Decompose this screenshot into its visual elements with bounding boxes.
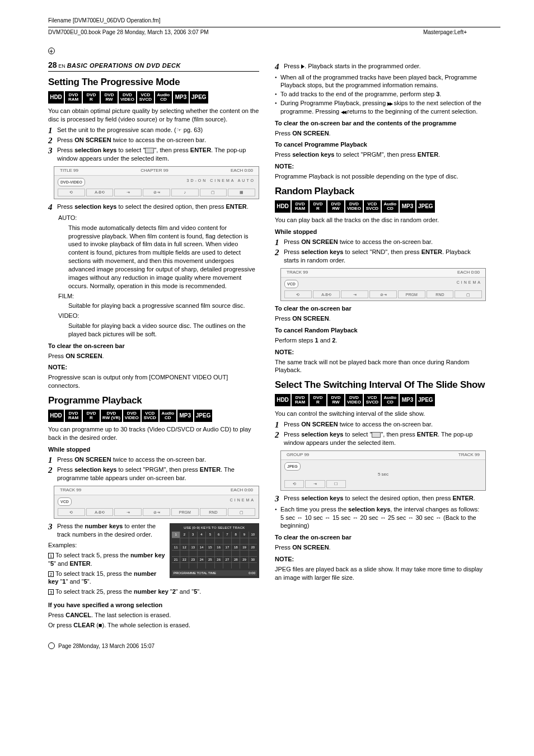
osd-disc-badge: DVD-VIDEO [58, 178, 85, 186]
registration-mark-icon [48, 642, 55, 649]
slide-icon [372, 432, 381, 438]
osd-hdr: CHAPTER 99 [140, 168, 168, 174]
osd-interval: 5 sec [284, 472, 482, 478]
prog-cell-blank [206, 563, 214, 569]
prog-cell-blank [189, 551, 197, 556]
example-3: 3To select track 25, press the number ke… [48, 588, 259, 596]
step-text: Set the unit to the progressive scan mod… [57, 126, 259, 134]
cancel-prog-text: Press selection keys to select "PRGM", t… [275, 151, 486, 159]
osd-hdr: TRACK 99 [458, 452, 480, 458]
step-text: Press ON SCREEN twice to access the on-s… [57, 136, 259, 144]
prog-cell: 29 [240, 557, 248, 562]
osd-btn: ⊘⇥ [369, 290, 397, 298]
while-stopped-head: While stopped [48, 445, 259, 454]
programme-intro: You can programme up to 30 tracks (Video… [48, 425, 259, 442]
chip-dvdvideo: DVDVIDEO [345, 200, 363, 213]
prev-icon [341, 108, 345, 115]
chip-mp3: MP3 [177, 410, 193, 422]
step-number: 3 [48, 522, 57, 531]
osd-btn: ▢ [228, 508, 255, 516]
chip-vcdsvcd: VCDSVCD [142, 410, 158, 422]
filename-line: Filename [DVM700EU_06DVD Operation.fm] [34, 17, 500, 25]
format-chips: HDD DVDRAM DVDR DVDRW DVDVIDEO VCDSVCD A… [48, 91, 259, 104]
next-icon [387, 100, 392, 106]
step-text: Press . Playback starts in the programme… [284, 62, 486, 71]
step-number: 3 [48, 146, 57, 155]
bullet: When all of the programmed tracks have b… [275, 73, 486, 90]
prog-cell: 2 [180, 532, 188, 537]
chip-jpeg: JPEG [416, 394, 435, 406]
osd-icon-auto: ▦ [228, 189, 255, 196]
chip-jpeg: JPEG [190, 91, 208, 104]
format-chips: HDD DVDRAM DVDR DVDRW DVDVIDEO VCDSVCD A… [275, 394, 486, 406]
wrong-selection-text1: Press CANCEL. The last selection is eras… [48, 611, 259, 619]
prog-cell-blank [232, 538, 240, 544]
step-text: Press selection keys to select "PRGM", t… [57, 466, 259, 482]
prog-cell-blank [180, 538, 188, 544]
chip-audiocd: AudioCD [160, 410, 176, 422]
prog-cell: 9 [240, 532, 248, 537]
cancel-random-head: To cancel Random Playback [275, 326, 486, 335]
cancel-prog-head: To cancel Programme Playback [275, 140, 486, 149]
prog-total-time: 0:00 [249, 571, 255, 575]
osd-hdr: TRACK 99 [60, 487, 81, 494]
clear-osd-prog-text: Press ON SCREEN. [275, 129, 486, 138]
osd-btn: ▢ [455, 290, 482, 298]
step-text: Press selection keys to select the desir… [284, 494, 486, 503]
note-label: NOTE: [275, 348, 486, 356]
osd-hdr: TITLE 99 [60, 168, 78, 174]
prog-cell-blank [249, 563, 257, 569]
prog-cell-blank [172, 551, 180, 556]
osd-btn: A-B⟲ [313, 290, 340, 298]
osd-right-text: CINEMA [457, 280, 482, 285]
step-number: 1 [275, 238, 284, 247]
osd-btn: A-B⟲ [86, 508, 114, 516]
osd-bar-vcd-random: TRACK 99 EACH 0:00 VCD CINEMA ⟲ A-B⟲ ⇥ ⊘… [280, 268, 486, 301]
left-column: 28 EN BASIC OPERATIONS ON DVD DECK Setti… [48, 60, 259, 631]
bullet: Each time you press the selection keys, … [275, 505, 486, 530]
page-number: 28 [48, 60, 57, 69]
chip-dvdrw: DVDRW [327, 394, 344, 406]
step-text: Press selection keys to select "", then … [284, 430, 486, 447]
chip-vcdsvcd: VCDSVCD [364, 394, 381, 406]
prog-cell-blank [215, 551, 223, 556]
prog-cell-blank [232, 563, 240, 569]
prog-cell-blank [215, 538, 223, 544]
wrong-selection-head: If you have specified a wrong selection [48, 601, 259, 609]
chip-audiocd: AudioCD [382, 200, 399, 213]
osd-btn: ⟲ [284, 480, 304, 488]
prog-cell-blank [206, 551, 214, 556]
mode-video-head: VIDEO: [58, 312, 259, 320]
clear-osd-head: To clear the on-screen bar [275, 304, 486, 313]
prog-cell: 13 [189, 544, 197, 550]
osd-btn-prgm: PRGM [171, 508, 199, 516]
clear-osd-head: To clear the on-screen bar [275, 533, 486, 542]
prog-cell: 11 [172, 544, 180, 550]
clear-osd-text: Press ON SCREEN. [48, 352, 259, 360]
osd-icon-skip: ⇥ [114, 189, 142, 196]
chip-dvdr: DVDR [83, 410, 100, 422]
osd-bar-jpeg: GROUP 99 TRACK 99 JPEG 5 sec ⟲ ⇥ ☐ [280, 450, 486, 491]
prog-cell: 12 [180, 544, 188, 550]
step-number: 2 [48, 466, 57, 475]
bullet: During Programme Playback, pressing skip… [275, 99, 486, 116]
step-text: Press selection keys to select "RND", th… [284, 248, 486, 265]
prog-cell-blank [249, 551, 257, 556]
chip-mp3: MP3 [400, 200, 415, 213]
prog-cell-blank [240, 563, 248, 569]
chip-dvdram: DVDRAM [65, 91, 82, 104]
footer-text: Page 28Monday, 13 March 2006 15:07 [58, 642, 154, 650]
step-number: 1 [275, 420, 284, 429]
prog-cell: 30 [249, 557, 257, 562]
format-chips: HDD DVDRAM DVDR DVDRW DVDVIDEO VCDSVCD A… [275, 200, 486, 213]
right-column: 4Press . Playback starts in the programm… [275, 60, 486, 631]
prog-cell: 10 [249, 532, 257, 537]
prog-cell-blank [172, 538, 180, 544]
page-footer: Page 28Monday, 13 March 2006 15:07 [48, 642, 486, 650]
mode-film-text: Suitable for playing back a progressive … [68, 302, 259, 310]
prog-cell: 17 [223, 544, 231, 550]
step-text: Press ON SCREEN twice to access the on-s… [284, 420, 486, 429]
clear-osd-text: Press ON SCREEN. [275, 543, 486, 552]
random-intro: You can play back all the tracks on the … [275, 216, 486, 224]
prog-cell: 3 [189, 532, 197, 537]
